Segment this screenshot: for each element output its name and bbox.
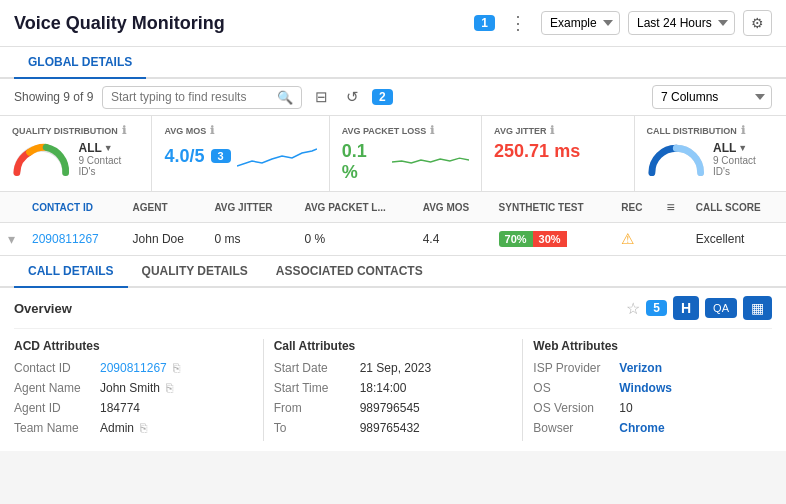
col-avg-jitter: AVG JITTER	[206, 192, 296, 223]
acd-attributes-section: ACD Attributes Contact ID 2090811267 ⎘ A…	[14, 339, 253, 441]
synth-green: 70%	[499, 231, 533, 247]
detail-tab-call-details[interactable]: CALL DETAILS	[14, 256, 128, 288]
quality-distribution-info-icon[interactable]: ℹ	[122, 124, 126, 137]
contact-id-cell: 2090811267	[24, 223, 125, 256]
call-from-label: From	[274, 401, 354, 415]
col-avg-packet-loss: AVG PACKET L...	[296, 192, 414, 223]
detail-action-grid-btn[interactable]: ▦	[743, 296, 772, 320]
call-distribution-info-icon[interactable]: ℹ	[741, 124, 745, 137]
avg-packet-loss-sparkline	[392, 147, 469, 177]
acd-agent-name-row: Agent Name John Smith ⎘	[14, 381, 233, 395]
detail-tab-quality-details[interactable]: QUALITY DETAILS	[128, 256, 262, 288]
web-os-version-label: OS Version	[533, 401, 613, 415]
metrics-row: QUALITY DISTRIBUTION ℹ ALL ▼ 9 Contact I…	[0, 116, 786, 192]
quality-distribution-gauge: ALL ▼ 9 Contact ID's	[12, 141, 139, 177]
page-title: Voice Quality Monitoring	[14, 13, 466, 34]
col-contact-id[interactable]: CONTACT ID	[24, 192, 125, 223]
web-os-value: Windows	[619, 381, 672, 395]
acd-agent-name-label: Agent Name	[14, 381, 94, 395]
acd-agent-id-value: 184774	[100, 401, 140, 415]
search-box[interactable]: 🔍	[102, 86, 302, 109]
agent-cell: John Doe	[125, 223, 207, 256]
copy-contact-id-icon[interactable]: ⎘	[173, 361, 180, 375]
columns-select[interactable]: 7 Columns	[652, 85, 772, 109]
call-start-time-label: Start Time	[274, 381, 354, 395]
search-input[interactable]	[111, 90, 277, 104]
detail-action-h-btn[interactable]: H	[673, 296, 699, 320]
call-from-row: From 989796545	[274, 401, 493, 415]
acd-contact-id-value[interactable]: 2090811267	[100, 361, 167, 375]
detail-action-qa-btn[interactable]: QA	[705, 298, 737, 318]
attributes-grid: ACD Attributes Contact ID 2090811267 ⎘ A…	[14, 329, 772, 451]
expand-icon: ▾	[8, 231, 15, 247]
overview-label: Overview	[14, 301, 72, 316]
quality-gauge-svg	[12, 141, 71, 177]
call-dropdown[interactable]: ALL ▼	[713, 141, 774, 155]
avg-mos-cell: 4.4	[415, 223, 491, 256]
call-start-time-value: 18:14:00	[360, 381, 407, 395]
more-options-icon[interactable]: ⋮	[509, 12, 527, 34]
data-table: CONTACT ID AGENT AVG JITTER AVG PACKET L…	[0, 192, 786, 256]
filter-settings-icon[interactable]: ⚙	[743, 10, 772, 36]
avg-packet-loss-cell: 0 %	[296, 223, 414, 256]
pin-icon[interactable]: ☆	[626, 299, 640, 318]
acd-team-name-row: Team Name Admin ⎘	[14, 421, 233, 435]
header-controls: Example Last 24 Hours ⚙	[541, 10, 772, 36]
call-start-time-row: Start Time 18:14:00	[274, 381, 493, 395]
avg-mos-info-icon[interactable]: ℹ	[210, 124, 214, 137]
avg-jitter-card: AVG JITTER ℹ 250.71 ms	[482, 116, 634, 191]
tab-global-details[interactable]: GLOBAL DETAILS	[14, 47, 146, 79]
call-distribution-gauge: ALL ▼ 9 Contact ID's	[647, 141, 774, 177]
avg-mos-sparkline	[237, 141, 317, 171]
avg-mos-label: AVG MOS ℹ	[164, 124, 316, 137]
web-browser-row: Bowser Chrome	[533, 421, 752, 435]
avg-packet-loss-info-icon[interactable]: ℹ	[430, 124, 434, 137]
web-isp-row: ISP Provider Verizon	[533, 361, 752, 375]
col-synthetic-test: SYNTHETIC TEST	[491, 192, 614, 223]
detail-actions: ☆ 5 H QA ▦	[626, 296, 772, 320]
acd-team-name-label: Team Name	[14, 421, 94, 435]
rec-warning-icon: ⚠	[621, 230, 634, 247]
call-gauge-info: ALL ▼ 9 Contact ID's	[713, 141, 774, 177]
call-distribution-card: CALL DISTRIBUTION ℹ ALL ▼ 9 Contact ID's	[635, 116, 786, 191]
detail-tab-bar: CALL DETAILS QUALITY DETAILS ASSOCIATED …	[0, 256, 786, 288]
web-os-row: OS Windows	[533, 381, 752, 395]
web-browser-value: Chrome	[619, 421, 664, 435]
detail-tab-associated-contacts[interactable]: ASSOCIATED CONTACTS	[262, 256, 437, 288]
synth-red: 30%	[533, 231, 567, 247]
col-agent: AGENT	[125, 192, 207, 223]
avg-mos-card: AVG MOS ℹ 4.0/5 3	[152, 116, 329, 191]
web-attr-title: Web Attributes	[533, 339, 752, 353]
avg-packet-loss-card: AVG PACKET LOSS ℹ 0.1 %	[330, 116, 482, 191]
call-gauge-svg	[647, 141, 706, 177]
search-icon: 🔍	[277, 90, 293, 105]
call-to-row: To 989765432	[274, 421, 493, 435]
detail-content: Overview ☆ 5 H QA ▦ ACD Attributes Conta…	[0, 288, 786, 451]
copy-agent-name-icon[interactable]: ⎘	[166, 381, 173, 395]
col-settings[interactable]: ≡	[658, 192, 687, 223]
detail-badge-5: 5	[646, 300, 667, 316]
col-expand	[0, 192, 24, 223]
call-distribution-label: CALL DISTRIBUTION ℹ	[647, 124, 774, 137]
showing-count: Showing 9 of 9	[14, 90, 94, 104]
example-select[interactable]: Example	[541, 11, 620, 35]
expand-cell[interactable]: ▾	[0, 223, 24, 256]
avg-packet-loss-label: AVG PACKET LOSS ℹ	[342, 124, 469, 137]
avg-jitter-cell: 0 ms	[206, 223, 296, 256]
filter-icon[interactable]: ⊟	[310, 86, 333, 108]
call-start-date-label: Start Date	[274, 361, 354, 375]
quality-sub-label: 9 Contact ID's	[79, 155, 140, 177]
toolbar: Showing 9 of 9 🔍 ⊟ ↺ 2 7 Columns	[0, 79, 786, 116]
quality-dropdown[interactable]: ALL ▼	[79, 141, 140, 155]
table-row: ▾ 2090811267 John Doe 0 ms 0 % 4.4 70% 3…	[0, 223, 786, 256]
refresh-icon[interactable]: ↺	[341, 86, 364, 108]
avg-jitter-info-icon[interactable]: ℹ	[550, 124, 554, 137]
web-attributes-section: Web Attributes ISP Provider Verizon OS W…	[533, 339, 772, 441]
time-range-select[interactable]: Last 24 Hours	[628, 11, 735, 35]
web-os-label: OS	[533, 381, 613, 395]
acd-contact-id-row: Contact ID 2090811267 ⎘	[14, 361, 233, 375]
web-browser-label: Bowser	[533, 421, 613, 435]
copy-team-name-icon[interactable]: ⎘	[140, 421, 147, 435]
call-attributes-section: Call Attributes Start Date 21 Sep, 2023 …	[274, 339, 513, 441]
col-rec: REC	[613, 192, 658, 223]
